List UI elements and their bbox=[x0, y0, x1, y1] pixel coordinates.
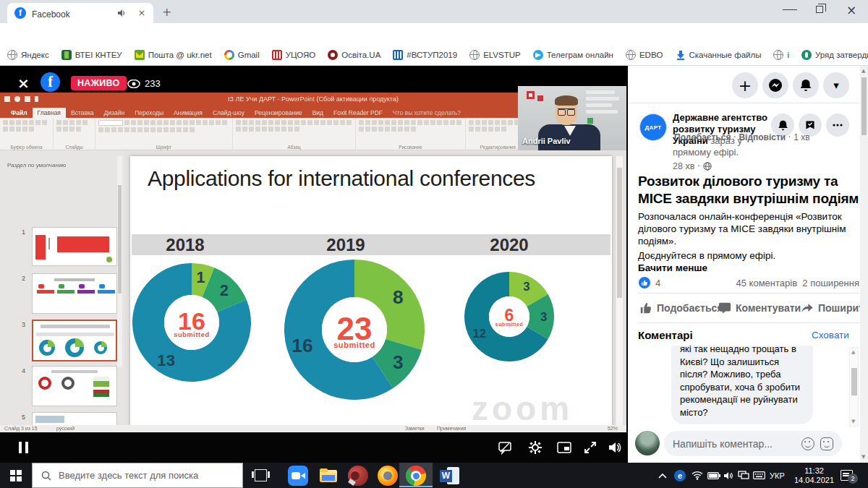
tray-eset-icon[interactable]: e bbox=[674, 463, 686, 488]
comment-bubble[interactable]: які так нещадно трощать в Києві? Що зали… bbox=[671, 346, 813, 424]
tab-audio-icon[interactable] bbox=[117, 9, 126, 17]
ribbon-tab-9[interactable]: Foxit Reader PDF bbox=[328, 108, 388, 118]
tray-clock[interactable]: 11:3214.04.2021 bbox=[794, 463, 834, 488]
ribbon-tab-7[interactable]: Рецензирование bbox=[250, 108, 307, 118]
comments-scrollbar[interactable]: ▲▼ bbox=[849, 347, 859, 427]
see-less-link[interactable]: Бачити менше bbox=[638, 262, 707, 273]
comment-input-placeholder[interactable]: Напишіть коментар... bbox=[673, 438, 796, 450]
bookmark-label: Яндекс bbox=[21, 51, 49, 59]
bookmark-item[interactable]: Освіта.UA bbox=[328, 50, 380, 60]
create-post-button[interactable]: + bbox=[732, 72, 758, 98]
bookmark-item[interactable]: УЦОЯО bbox=[272, 50, 316, 60]
teal-dot-favicon-icon bbox=[801, 50, 812, 60]
window-minimize-button[interactable] bbox=[783, 4, 797, 10]
ribbon-tab-6[interactable]: Слайд-шоу bbox=[208, 108, 250, 118]
bookmark-item[interactable]: i bbox=[773, 50, 789, 60]
comment-meta[interactable]: Подобається · Відповісти · 1 хв bbox=[674, 132, 810, 142]
ribbon-tab-file[interactable]: Файл bbox=[6, 108, 33, 118]
page-scrollbar[interactable]: ▲▼ bbox=[860, 66, 868, 463]
notification-center-button[interactable]: 2 bbox=[841, 463, 853, 488]
thumbnail-number: 5 bbox=[22, 414, 25, 421]
chrome-taskbar-icon[interactable] bbox=[406, 466, 426, 486]
task-view-button[interactable] bbox=[255, 469, 267, 481]
bookmark-item[interactable]: Уряд затвердив Пл... bbox=[801, 50, 868, 60]
bookmark-item[interactable]: Скачанные файлы bbox=[676, 50, 762, 60]
notifications-bell-button[interactable] bbox=[793, 72, 819, 98]
ribbon-tab-4[interactable]: Переходы bbox=[129, 108, 169, 118]
window-restore-button[interactable] bbox=[816, 6, 823, 13]
firefox-taskbar-icon[interactable] bbox=[378, 466, 398, 486]
ribbon-tab-2[interactable]: Вставка bbox=[66, 108, 99, 118]
tray-volume-icon[interactable] bbox=[723, 463, 733, 488]
post-body: Розпочалася онлайн-конференція «Розвиток… bbox=[638, 210, 859, 247]
comment-reply-link[interactable]: Відповісти bbox=[739, 132, 786, 142]
picture-in-picture-icon[interactable] bbox=[557, 440, 571, 455]
slide-thumbnail-1[interactable] bbox=[32, 227, 117, 266]
comment-share-counts[interactable]: 45 коментарів 2 поширення bbox=[736, 278, 859, 288]
fullscreen-icon[interactable] bbox=[583, 440, 597, 455]
comment-like-link[interactable]: Подобається bbox=[674, 132, 731, 142]
bookmark-item[interactable]: Телеграм онлайн bbox=[533, 50, 613, 60]
share-button[interactable]: Поширити bbox=[801, 299, 868, 317]
bookmark-item[interactable]: #ВСТУП2019 bbox=[393, 50, 457, 60]
taskbar-search-box[interactable]: Введите здесь текст для поиска bbox=[32, 463, 243, 488]
ribbon-tab-3[interactable]: Дизайн bbox=[99, 108, 130, 118]
ribbon-tab-5[interactable]: Анимация bbox=[169, 108, 208, 118]
sticker-icon[interactable] bbox=[820, 437, 833, 450]
bookmark-item[interactable]: EDBO bbox=[626, 50, 663, 60]
word-taskbar-icon[interactable]: W bbox=[440, 466, 460, 486]
tell-me-box[interactable]: Что вы хотите сделать? bbox=[388, 108, 466, 118]
ribbon-tab-1[interactable]: Главная bbox=[33, 108, 66, 118]
ccleaner-taskbar-icon[interactable] bbox=[348, 466, 368, 486]
slide-thumbnail-3[interactable] bbox=[32, 320, 117, 361]
bookmark-label: ELVSTUP bbox=[483, 51, 521, 59]
zoom-taskbar-icon[interactable] bbox=[288, 466, 308, 486]
bookmark-item[interactable]: Пошта @ ukr.net bbox=[135, 50, 212, 60]
tray-keyboard-icon[interactable] bbox=[753, 463, 765, 488]
tray-chevron-icon[interactable] bbox=[658, 463, 667, 488]
page-avatar[interactable]: ДАРТ bbox=[639, 114, 667, 141]
like-button[interactable]: Подобається bbox=[639, 299, 723, 317]
telegram-favicon-icon bbox=[533, 50, 543, 60]
thumbnail-panel-scrollbar[interactable] bbox=[117, 156, 122, 367]
like-reaction-icon[interactable] bbox=[638, 276, 651, 289]
hide-comments-link[interactable]: Сховати bbox=[812, 330, 849, 341]
messenger-button[interactable] bbox=[762, 72, 788, 98]
facebook-logo-icon[interactable]: f bbox=[41, 72, 60, 92]
new-tab-button[interactable]: + bbox=[162, 5, 171, 19]
bookmark-label: Пошта @ ukr.net bbox=[148, 51, 212, 59]
pause-button[interactable] bbox=[19, 442, 28, 453]
ribbon-tab-8[interactable]: Вид bbox=[307, 108, 328, 118]
tray-wifi-icon[interactable] bbox=[692, 463, 703, 488]
settings-gear-icon[interactable] bbox=[528, 440, 542, 455]
svg-text:12: 12 bbox=[472, 327, 486, 341]
comments-toggle-icon[interactable] bbox=[498, 440, 512, 455]
zoom-watermark: zoom bbox=[472, 389, 573, 428]
start-button[interactable] bbox=[10, 470, 22, 481]
window-close-button[interactable]: × bbox=[846, 3, 856, 17]
tray-language-indicator[interactable]: УКР bbox=[770, 463, 785, 488]
bookmark-item[interactable]: ВТЕІ КНТЕУ bbox=[61, 50, 122, 60]
comment-composer[interactable]: Напишіть коментар... bbox=[664, 431, 842, 456]
browser-tab-facebook[interactable]: f Facebook × bbox=[7, 3, 153, 23]
thumbnail-number: 1 bbox=[22, 228, 25, 236]
video-close-icon[interactable]: × bbox=[17, 74, 30, 92]
tab-close-icon[interactable]: × bbox=[136, 7, 148, 18]
slide-thumbnail-4[interactable] bbox=[32, 366, 117, 406]
slide-scrollbar[interactable] bbox=[616, 156, 623, 425]
tray-display-icon[interactable] bbox=[738, 463, 749, 488]
slide-thumbnail-2[interactable] bbox=[32, 273, 117, 314]
video-player[interactable]: × f НАЖИВО 233 ІЗ ЛЕ Учи ДАРТ - PowerPoi… bbox=[0, 66, 628, 463]
like-count[interactable]: 4 bbox=[655, 278, 660, 288]
post-more-button[interactable] bbox=[826, 114, 849, 137]
comment-button[interactable]: Коментувати bbox=[718, 299, 801, 317]
bookmark-item[interactable]: ELVSTUP bbox=[469, 50, 521, 60]
emoji-icon[interactable] bbox=[801, 437, 814, 450]
bookmark-item[interactable]: Gmail bbox=[224, 50, 260, 60]
thumbnail-number: 2 bbox=[22, 275, 25, 282]
volume-icon[interactable] bbox=[608, 440, 622, 455]
tray-battery-icon[interactable] bbox=[707, 463, 720, 488]
explorer-taskbar-icon[interactable] bbox=[318, 466, 339, 486]
account-menu-button[interactable]: ▾ bbox=[823, 72, 849, 98]
bookmark-item[interactable]: Яндекс bbox=[7, 50, 49, 60]
